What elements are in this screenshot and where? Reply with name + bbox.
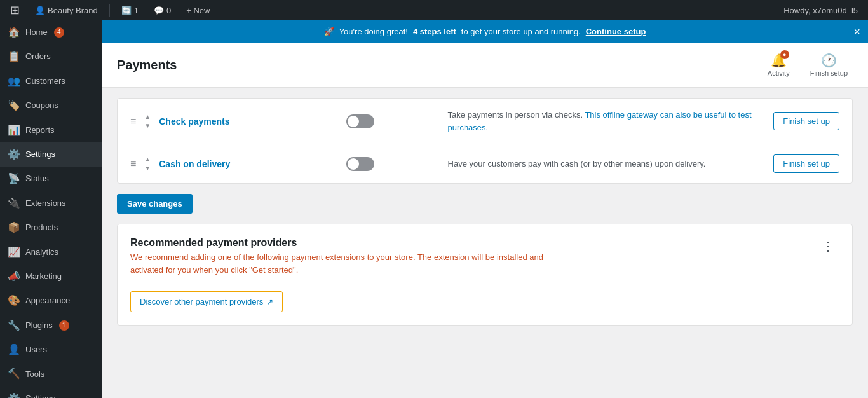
- sidebar-label-orders: Orders: [25, 51, 51, 62]
- sort-up-check[interactable]: ▲: [144, 113, 151, 121]
- sidebar-item-tools[interactable]: 🔨 Tools: [0, 362, 102, 386]
- sort-down-cod[interactable]: ▼: [144, 165, 151, 172]
- sidebar-item-users[interactable]: 👤 Users: [0, 338, 102, 362]
- greeting-text: Howdy, x7omu0d_l5: [783, 6, 858, 15]
- sidebar-item-reports[interactable]: 📊 Reports: [0, 118, 102, 142]
- sidebar-item-plugins[interactable]: 🔧 Plugins 1: [0, 313, 102, 338]
- sidebar-label-plugins: Plugins: [25, 320, 53, 331]
- comments-icon: 💬: [154, 6, 164, 15]
- recommended-more-button[interactable]: ⋮: [817, 237, 839, 255]
- cod-toggle[interactable]: [346, 157, 374, 171]
- finish-setup-button[interactable]: 🕐 Finish setup: [805, 50, 853, 79]
- cod-toggle-area: [281, 157, 440, 171]
- external-link-icon: ↗: [267, 298, 273, 306]
- sort-down-check[interactable]: ▼: [144, 122, 151, 130]
- sidebar-item-appearance[interactable]: 🎨 Appearance: [0, 289, 102, 313]
- new-button[interactable]: + New: [181, 0, 215, 20]
- check-payments-finish-button[interactable]: Finish set up: [773, 112, 839, 130]
- drag-handle-check[interactable]: ≡: [130, 116, 136, 127]
- finish-setup-icon: 🕐: [821, 53, 837, 68]
- sidebar-label-analytics: Analytics: [25, 247, 58, 258]
- customers-icon: 👥: [8, 74, 20, 88]
- user-greeting[interactable]: Howdy, x7omu0d_l5: [778, 0, 863, 20]
- check-toggle-knob: [348, 116, 359, 127]
- page-content: ≡ ▲ ▼ Check payments Take payments in pe…: [102, 88, 868, 398]
- discover-link-text: Discover other payment providers: [140, 297, 263, 306]
- orders-icon: 📋: [8, 50, 20, 64]
- check-payments-name: Check payments: [159, 116, 273, 127]
- settings2-icon: ⚙️: [8, 392, 20, 398]
- reports-icon: 📊: [8, 123, 20, 137]
- site-icon: 👤: [35, 6, 45, 15]
- recommended-title: Recommended payment providers: [130, 237, 575, 249]
- sidebar-item-analytics[interactable]: 📈 Analytics: [0, 240, 102, 264]
- finish-setup-label: Finish setup: [810, 69, 848, 77]
- sidebar-label-reports: Reports: [25, 125, 55, 136]
- page-header: Payments 🔔 ● Activity 🕐 Finish setup: [102, 43, 868, 88]
- sidebar-item-marketing[interactable]: 📣 Marketing: [0, 264, 102, 289]
- wp-logo-button[interactable]: ⊞: [5, 0, 25, 20]
- separator-1: [109, 4, 110, 17]
- sidebar-label-tools: Tools: [25, 369, 44, 380]
- sidebar-label-home: Home: [25, 27, 48, 38]
- sidebar-item-settings2[interactable]: ⚙️ Settings: [0, 387, 102, 398]
- sidebar-item-customers[interactable]: 👥 Customers: [0, 69, 102, 93]
- cod-name: Cash on delivery: [159, 159, 273, 169]
- sidebar: 🏠 Home 4 📋 Orders 👥 Customers 🏷️ Coupons…: [0, 20, 102, 398]
- banner-bold: 4 steps left: [413, 27, 456, 36]
- banner-close-button[interactable]: ×: [853, 26, 860, 38]
- setup-banner: 🚀 You're doing great! 4 steps left to ge…: [102, 20, 868, 43]
- cod-desc: Have your customers pay with cash (or by…: [448, 158, 766, 170]
- continue-setup-link[interactable]: Continue setup: [586, 27, 646, 36]
- check-toggle-area: [281, 114, 440, 128]
- admin-bar: ⊞ 👤 Beauty Brand 🔄 1 💬 0 + New Howdy, x7…: [0, 0, 868, 20]
- sidebar-label-products: Products: [25, 222, 58, 233]
- site-name-button[interactable]: 👤 Beauty Brand: [30, 0, 103, 20]
- products-icon: 📦: [8, 221, 20, 235]
- recommended-desc-part1: We recommend adding one of the following…: [130, 252, 416, 262]
- header-actions: 🔔 ● Activity 🕐 Finish setup: [763, 50, 853, 79]
- sidebar-label-settings: Settings: [25, 149, 55, 160]
- recommended-header-text: Recommended payment providers We recomme…: [130, 237, 575, 276]
- cod-toggle-knob: [348, 158, 359, 170]
- sidebar-item-extensions[interactable]: 🔌 Extensions: [0, 191, 102, 216]
- updates-icon: 🔄: [121, 6, 132, 15]
- sidebar-item-coupons[interactable]: 🏷️ Coupons: [0, 93, 102, 118]
- check-payments-desc: Take payments in person via checks. This…: [448, 109, 766, 134]
- comments-button[interactable]: 💬 0: [149, 0, 176, 20]
- cod-desc-text: Have your customers pay with cash (or by…: [448, 159, 706, 168]
- table-row: ≡ ▲ ▼ Check payments Take payments in pe…: [118, 99, 852, 144]
- home-icon: 🏠: [8, 25, 20, 39]
- activity-button[interactable]: 🔔 ● Activity: [763, 50, 795, 79]
- coupons-icon: 🏷️: [8, 99, 20, 113]
- check-desc-text1: Take payments in person via checks.: [448, 110, 585, 120]
- discover-link[interactable]: Discover other payment providers ↗: [130, 291, 283, 312]
- drag-handle-cod[interactable]: ≡: [130, 158, 136, 170]
- table-row: ≡ ▲ ▼ Cash on delivery Have your custome…: [118, 144, 852, 183]
- sidebar-item-orders[interactable]: 📋 Orders: [0, 45, 102, 69]
- plugins-badge: 1: [59, 320, 69, 331]
- save-changes-button[interactable]: Save changes: [117, 194, 193, 214]
- users-icon: 👤: [8, 343, 20, 357]
- sort-arrows-cod: ▲ ▼: [144, 156, 151, 172]
- sidebar-label-appearance: Appearance: [25, 295, 70, 306]
- updates-button[interactable]: 🔄 1: [116, 0, 144, 20]
- banner-emoji: 🚀: [324, 27, 334, 36]
- sidebar-item-settings[interactable]: ⚙️ Settings: [0, 142, 102, 167]
- site-name-label: Beauty Brand: [48, 6, 98, 15]
- recommended-desc: We recommend adding one of the following…: [130, 251, 575, 276]
- updates-count: 1: [134, 6, 139, 15]
- activity-icon: 🔔 ●: [771, 53, 787, 68]
- cod-finish-button[interactable]: Finish set up: [773, 154, 839, 173]
- sidebar-item-status[interactable]: 📡 Status: [0, 167, 102, 191]
- sidebar-label-users: Users: [25, 344, 47, 355]
- sidebar-label-status: Status: [25, 173, 49, 184]
- sidebar-item-products[interactable]: 📦 Products: [0, 216, 102, 240]
- main-layout: 🏠 Home 4 📋 Orders 👥 Customers 🏷️ Coupons…: [0, 20, 868, 398]
- sort-arrows-check: ▲ ▼: [144, 113, 151, 130]
- sidebar-label-settings2: Settings: [25, 393, 55, 398]
- extensions-icon: 🔌: [8, 196, 20, 210]
- check-payments-toggle[interactable]: [346, 114, 374, 128]
- sort-up-cod[interactable]: ▲: [144, 156, 151, 163]
- sidebar-item-home[interactable]: 🏠 Home 4: [0, 20, 102, 45]
